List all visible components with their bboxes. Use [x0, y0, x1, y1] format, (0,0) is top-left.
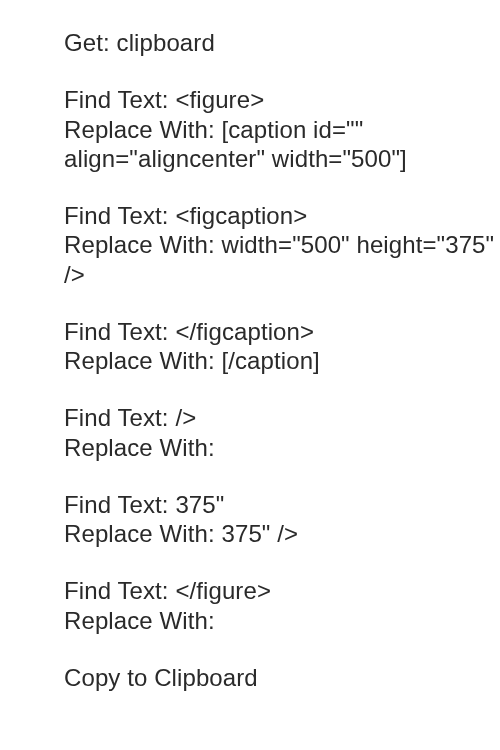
find-value: </figure>	[175, 577, 271, 604]
find-label: Find Text:	[64, 404, 169, 431]
find-value: <figcaption>	[175, 202, 307, 229]
find-label: Find Text:	[64, 318, 169, 345]
replace-label: Replace With:	[64, 520, 215, 547]
find-label: Find Text:	[64, 86, 169, 113]
replacement-block-2: Find Text: </figcaption> Replace With: […	[64, 317, 500, 376]
copy-block: Copy to Clipboard	[64, 663, 500, 692]
find-label: Find Text:	[64, 491, 169, 518]
replacement-block-0: Find Text: <figure> Replace With: [capti…	[64, 85, 500, 173]
replace-label: Replace With:	[64, 434, 215, 461]
replace-label: Replace With:	[64, 607, 215, 634]
replace-value: [/caption]	[221, 347, 319, 374]
get-value: clipboard	[117, 29, 215, 56]
replacement-block-5: Find Text: </figure> Replace With:	[64, 576, 500, 635]
copy-label: Copy to Clipboard	[64, 663, 500, 692]
find-value: </figcaption>	[175, 318, 314, 345]
replace-label: Replace With:	[64, 231, 215, 258]
find-label: Find Text:	[64, 577, 169, 604]
replacement-block-1: Find Text: <figcaption> Replace With: wi…	[64, 201, 500, 289]
replacement-block-3: Find Text: /> Replace With:	[64, 403, 500, 462]
replace-value: 375" />	[221, 520, 298, 547]
find-value: <figure>	[175, 86, 264, 113]
replacement-block-4: Find Text: 375" Replace With: 375" />	[64, 490, 500, 549]
get-block: Get: clipboard	[64, 28, 500, 57]
replace-label: Replace With:	[64, 116, 215, 143]
find-value: />	[175, 404, 196, 431]
get-label: Get:	[64, 29, 110, 56]
find-label: Find Text:	[64, 202, 169, 229]
find-value: 375"	[175, 491, 224, 518]
replace-label: Replace With:	[64, 347, 215, 374]
